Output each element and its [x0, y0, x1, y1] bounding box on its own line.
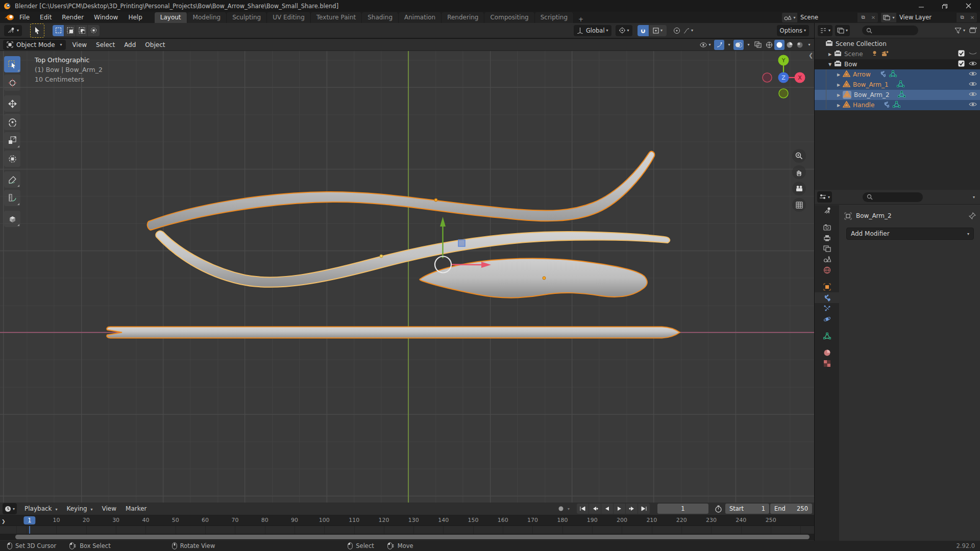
timeline-menu-playback[interactable]: Playback ▾	[20, 505, 62, 512]
play-button[interactable]	[614, 504, 626, 514]
outliner-item-bow_arm_1[interactable]: ▶Bow_Arm_1	[815, 80, 980, 90]
mode-dropdown[interactable]: Object Mode ▾	[3, 40, 66, 50]
workspace-tab-modeling[interactable]: Modeling	[187, 12, 227, 23]
timeline-ruler[interactable]: 1020304050607080901001101201301401501601…	[0, 515, 814, 526]
select-mode-box[interactable]	[64, 25, 76, 36]
minimize-button[interactable]	[910, 0, 933, 12]
shading-material[interactable]	[785, 40, 795, 50]
outliner-search[interactable]	[862, 26, 918, 35]
properties-tab-view-layer[interactable]	[815, 243, 839, 254]
pin-icon[interactable]	[969, 212, 976, 219]
next-keyframe-button[interactable]	[626, 504, 638, 514]
properties-tab-output[interactable]	[815, 233, 839, 243]
menu-edit[interactable]: Edit	[35, 12, 57, 23]
menu-window[interactable]: Window	[89, 12, 123, 23]
expand-arrow[interactable]: ▶	[836, 72, 841, 77]
transform-orientation-dropdown[interactable]: Global ▾	[574, 25, 611, 36]
zoom-button[interactable]	[792, 149, 806, 163]
shading-rendered[interactable]	[795, 40, 805, 50]
tool-add-cube[interactable]	[4, 211, 20, 227]
start-frame-field[interactable]: Start1	[725, 504, 769, 514]
outliner-item-scene-collection[interactable]: Scene Collection	[815, 39, 980, 49]
end-frame-field[interactable]: End250	[770, 504, 812, 514]
select-mode-tweak[interactable]	[53, 25, 64, 36]
camera-icon[interactable]	[881, 51, 889, 58]
proportional-falloff-dropdown[interactable]: ▾	[682, 26, 695, 36]
tool-transform[interactable]	[4, 151, 20, 167]
jump-to-start-button[interactable]	[577, 504, 589, 514]
blender-icon[interactable]	[4, 14, 14, 21]
add-modifier-button[interactable]: Add Modifier ▾	[846, 228, 974, 240]
viewport-menu-add[interactable]: Add	[119, 41, 140, 48]
properties-tab-object[interactable]	[815, 282, 839, 292]
meshdata-icon[interactable]	[889, 70, 897, 79]
timeline-scrollbar[interactable]	[0, 534, 814, 540]
object-bow-arm-1[interactable]	[148, 152, 655, 230]
overlays-dropdown[interactable]: ▾	[744, 40, 752, 50]
maximize-button[interactable]	[933, 0, 957, 12]
new-collection-icon[interactable]	[969, 27, 977, 34]
navigation-gizmo[interactable]: Y Z X	[755, 51, 812, 110]
gizmo-plane-handle[interactable]	[458, 240, 465, 246]
viewport-menu-view[interactable]: View	[68, 41, 91, 48]
visibility-eye-icon[interactable]	[969, 81, 977, 88]
menu-render[interactable]: Render	[57, 12, 89, 23]
add-workspace-button[interactable]: +	[574, 16, 588, 23]
light-icon[interactable]	[871, 50, 878, 58]
playhead-line[interactable]	[29, 526, 30, 534]
active-tool-button[interactable]	[30, 23, 44, 38]
outliner-display-mode[interactable]: ▾	[818, 25, 832, 36]
outliner-item-bow[interactable]: ▼Bow	[815, 59, 980, 69]
timeline-menu-view[interactable]: View	[97, 505, 121, 512]
outliner-item-scene[interactable]: ▶Scene	[815, 49, 980, 59]
view-layer-selector[interactable]: ▾ View Layer ⧉ ✕	[881, 13, 977, 22]
close-button[interactable]	[957, 0, 980, 12]
properties-tab-world[interactable]	[815, 265, 839, 276]
scene-name[interactable]: Scene	[797, 13, 857, 22]
scene-unlink-icon[interactable]: ✕	[869, 15, 878, 20]
sidebar-collapse-arrow[interactable]: ❮	[808, 52, 813, 59]
shading-dropdown[interactable]: ▾	[805, 40, 812, 50]
pan-button[interactable]	[792, 165, 806, 179]
expand-arrow[interactable]: ▼	[827, 62, 832, 67]
expand-arrow[interactable]: ▶	[827, 52, 832, 57]
scene-copy-icon[interactable]: ⧉	[857, 14, 869, 20]
xray-toggle[interactable]	[753, 40, 763, 50]
shading-solid[interactable]	[774, 40, 785, 50]
pivot-point-dropdown[interactable]: ▾	[616, 25, 632, 36]
visibility-eye-icon[interactable]	[969, 102, 977, 109]
properties-tab-render[interactable]	[815, 222, 839, 233]
properties-tab-physics[interactable]	[815, 314, 839, 324]
properties-tab-texture[interactable]	[815, 358, 839, 369]
3d-viewport[interactable]: Top Orthographic (1) Bow | Bow_Arm_2 10 …	[0, 51, 814, 503]
properties-options[interactable]: ▾	[973, 195, 975, 199]
tool-select-box[interactable]	[4, 56, 20, 72]
snap-toggle[interactable]	[638, 25, 649, 36]
current-frame-badge[interactable]: 1	[23, 516, 35, 524]
gizmo-axis-x-neg[interactable]	[763, 73, 772, 82]
tool-scale[interactable]	[4, 132, 20, 148]
workspace-tab-animation[interactable]: Animation	[399, 12, 442, 23]
collection-checkbox[interactable]	[958, 50, 965, 58]
timeline-expand-arrow[interactable]: ❯	[2, 519, 6, 524]
scene-icon[interactable]: ▾	[782, 13, 797, 22]
viewport-menu-object[interactable]: Object	[140, 41, 169, 48]
select-mode-circle[interactable]	[76, 25, 88, 36]
prev-keyframe-button[interactable]	[589, 504, 601, 514]
gizmo-dropdown[interactable]: ▾	[724, 40, 732, 50]
expand-arrow[interactable]: ▶	[836, 93, 841, 97]
workspace-tab-rendering[interactable]: Rendering	[442, 12, 484, 23]
visibility-eye-icon[interactable]	[969, 91, 977, 98]
shading-wireframe[interactable]	[764, 40, 774, 50]
gizmo-x-arrow[interactable]	[451, 265, 482, 265]
properties-tab-object-data[interactable]	[815, 331, 839, 341]
tool-annotate[interactable]	[4, 171, 20, 188]
workspace-tab-scripting[interactable]: Scripting	[535, 12, 574, 23]
properties-tab-material[interactable]	[815, 347, 839, 358]
visibility-eye-icon[interactable]	[969, 61, 977, 68]
tool-move[interactable]	[4, 95, 20, 112]
camera-view-button[interactable]	[792, 182, 806, 195]
expand-arrow[interactable]: ▶	[836, 83, 841, 87]
object-arrow[interactable]	[107, 327, 680, 338]
tool-presets-dropdown[interactable]: ▾	[4, 25, 22, 36]
